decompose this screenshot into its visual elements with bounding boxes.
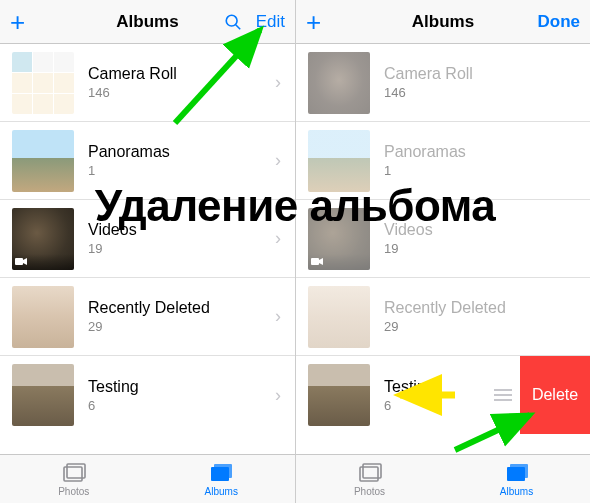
- video-icon: [12, 254, 74, 270]
- album-count: 1: [88, 163, 275, 178]
- album-row-testing[interactable]: Testing 6 Delete: [296, 356, 590, 434]
- album-list: Camera Roll 146 › Panoramas 1 ›: [0, 44, 295, 454]
- search-icon[interactable]: [224, 13, 242, 31]
- tabbar: Photos Albums: [0, 454, 295, 503]
- album-list: Camera Roll 146 Panoramas 1 Vide: [296, 44, 590, 454]
- chevron-right-icon: ›: [275, 150, 295, 171]
- album-row-camera-roll: Camera Roll 146: [296, 44, 590, 122]
- album-row-panoramas: Panoramas 1: [296, 122, 590, 200]
- album-count: 6: [88, 398, 275, 413]
- svg-rect-7: [311, 258, 319, 265]
- tab-albums[interactable]: Albums: [443, 455, 590, 503]
- screen-edit-mode: + Albums Done Camera Roll 146 Panoramas …: [295, 0, 590, 503]
- album-count: 19: [384, 241, 590, 256]
- album-name: Panoramas: [88, 143, 275, 161]
- album-name: Testing: [384, 378, 492, 396]
- tabbar: Photos Albums: [296, 454, 590, 503]
- album-name: Videos: [384, 221, 590, 239]
- album-name: Recently Deleted: [88, 299, 275, 317]
- svg-rect-2: [15, 258, 23, 265]
- tab-label: Photos: [58, 486, 89, 497]
- album-thumbnail: [308, 130, 370, 192]
- tab-label: Albums: [205, 486, 238, 497]
- album-row-videos: Videos 19: [296, 200, 590, 278]
- album-count: 146: [88, 85, 275, 100]
- chevron-right-icon: ›: [275, 228, 295, 249]
- navbar: + Albums Edit: [0, 0, 295, 44]
- chevron-right-icon: ›: [275, 72, 295, 93]
- add-album-button[interactable]: +: [10, 9, 25, 35]
- tab-label: Albums: [500, 486, 533, 497]
- album-row-testing[interactable]: Testing 6 ›: [0, 356, 295, 434]
- album-count: 1: [384, 163, 590, 178]
- done-button[interactable]: Done: [538, 12, 581, 32]
- album-name: Testing: [88, 378, 275, 396]
- album-thumbnail: [308, 364, 370, 426]
- tab-photos[interactable]: Photos: [296, 455, 443, 503]
- album-thumbnail: [308, 286, 370, 348]
- album-count: 29: [384, 319, 590, 334]
- svg-point-0: [226, 15, 237, 26]
- album-row-recently-deleted: Recently Deleted 29: [296, 278, 590, 356]
- delete-button[interactable]: Delete: [520, 356, 590, 434]
- album-thumbnail: [12, 286, 74, 348]
- svg-rect-6: [214, 464, 232, 478]
- drag-handle-icon[interactable]: [492, 388, 520, 402]
- album-name: Recently Deleted: [384, 299, 590, 317]
- album-row-videos[interactable]: Videos 19 ›: [0, 200, 295, 278]
- chevron-right-icon: ›: [275, 385, 295, 406]
- chevron-right-icon: ›: [275, 306, 295, 327]
- svg-rect-14: [510, 464, 528, 478]
- album-name: Camera Roll: [384, 65, 590, 83]
- album-thumbnail: [308, 208, 370, 270]
- album-count: 29: [88, 319, 275, 334]
- tab-label: Photos: [354, 486, 385, 497]
- album-count: 19: [88, 241, 275, 256]
- video-icon: [308, 254, 370, 270]
- album-name: Camera Roll: [88, 65, 275, 83]
- tab-albums[interactable]: Albums: [148, 455, 296, 503]
- album-row-camera-roll[interactable]: Camera Roll 146 ›: [0, 44, 295, 122]
- album-count: 146: [384, 85, 590, 100]
- tab-photos[interactable]: Photos: [0, 455, 148, 503]
- album-row-recently-deleted[interactable]: Recently Deleted 29 ›: [0, 278, 295, 356]
- navbar: + Albums Done: [296, 0, 590, 44]
- album-name: Panoramas: [384, 143, 590, 161]
- album-thumbnail: [12, 364, 74, 426]
- add-album-button[interactable]: +: [306, 9, 321, 35]
- album-thumbnail: [12, 208, 74, 270]
- screen-view-mode: + Albums Edit Camera Roll 146: [0, 0, 295, 503]
- svg-line-1: [235, 24, 240, 29]
- edit-button[interactable]: Edit: [256, 12, 285, 32]
- album-count: 6: [384, 398, 492, 413]
- album-name: Videos: [88, 221, 275, 239]
- album-thumbnail: [308, 52, 370, 114]
- album-thumbnail: [12, 52, 74, 114]
- album-thumbnail: [12, 130, 74, 192]
- album-row-panoramas[interactable]: Panoramas 1 ›: [0, 122, 295, 200]
